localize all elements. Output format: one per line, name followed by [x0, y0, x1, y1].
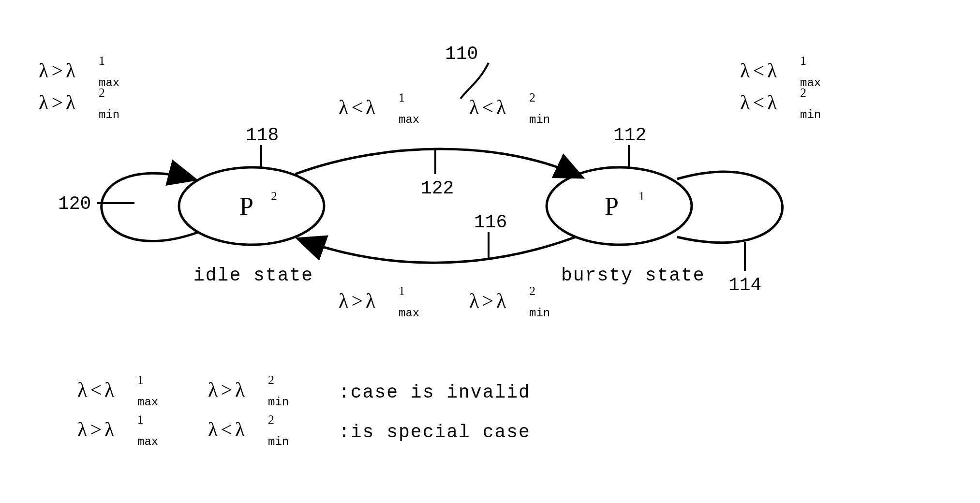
ref-110-leader	[460, 63, 489, 99]
ref-118: 118	[246, 125, 279, 146]
svg-text:1: 1	[399, 284, 405, 298]
transition-top	[295, 149, 580, 177]
legend-row1-desc: :case is invalid	[339, 382, 531, 403]
state-p2-subtitle: idle state	[193, 265, 313, 286]
state-p1-subtitle: bursty state	[561, 265, 705, 286]
ref-110: 110	[445, 44, 478, 64]
svg-text:λ>λ: λ>λ	[77, 418, 115, 441]
svg-text:λ>λ: λ>λ	[39, 59, 76, 82]
svg-text:2: 2	[529, 90, 535, 104]
svg-text:1: 1	[99, 54, 105, 68]
state-p1-label: P	[605, 192, 619, 220]
self-loop-left	[102, 173, 198, 241]
cond-self-left: λ>λ 1 max λ>λ 2 min	[39, 54, 119, 121]
state-diagram: P 2 idle state P 1 bursty state 120 λ>λ …	[0, 0, 980, 503]
svg-text:max: max	[137, 435, 158, 448]
svg-text:min: min	[268, 396, 289, 409]
svg-text:1: 1	[800, 54, 806, 68]
svg-text:2: 2	[800, 86, 806, 100]
cond-self-right: λ<λ 1 max λ<λ 2 min	[740, 54, 821, 121]
svg-text:1: 1	[137, 413, 144, 427]
svg-text:λ>λ: λ>λ	[208, 379, 245, 401]
svg-text:2: 2	[268, 413, 274, 427]
svg-text:λ<λ: λ<λ	[77, 379, 115, 401]
svg-text:λ<λ: λ<λ	[469, 96, 506, 118]
ref-116: 116	[474, 212, 507, 233]
svg-text:2: 2	[99, 86, 105, 100]
cond-bottom: λ>λ 1 max λ>λ 2 min	[339, 284, 550, 320]
svg-text:λ>λ: λ>λ	[469, 290, 506, 312]
svg-text:λ>λ: λ>λ	[339, 290, 376, 312]
svg-text:λ<λ: λ<λ	[740, 59, 777, 82]
svg-text:min: min	[529, 307, 550, 320]
svg-text:max: max	[399, 307, 419, 320]
svg-text:λ<λ: λ<λ	[208, 418, 245, 441]
state-p2-label: P	[239, 192, 253, 220]
svg-text:max: max	[137, 396, 158, 409]
cond-top: λ<λ 1 max λ<λ 2 min	[339, 90, 550, 126]
svg-text:min: min	[529, 113, 550, 126]
state-p2-sup: 2	[271, 189, 277, 203]
svg-text:2: 2	[268, 373, 274, 387]
svg-text:min: min	[268, 435, 289, 448]
svg-text:λ>λ: λ>λ	[39, 91, 76, 114]
svg-text:1: 1	[137, 373, 144, 387]
ref-114: 114	[728, 275, 761, 296]
ref-122: 122	[421, 178, 454, 199]
legend: λ<λ 1 max λ>λ 2 min :case is invalid λ>λ…	[77, 373, 531, 448]
state-p1	[547, 167, 692, 245]
state-p1-sup: 1	[638, 189, 645, 203]
svg-text:max: max	[399, 113, 419, 126]
svg-text:2: 2	[529, 284, 535, 298]
self-loop-right	[677, 172, 783, 243]
legend-row2-desc: :is special case	[339, 422, 531, 443]
transition-bottom	[300, 237, 576, 263]
svg-text:λ<λ: λ<λ	[339, 96, 376, 118]
svg-text:min: min	[99, 108, 119, 121]
svg-text:1: 1	[399, 90, 405, 104]
svg-text:λ<λ: λ<λ	[740, 91, 777, 114]
ref-120: 120	[58, 193, 91, 214]
svg-text:min: min	[800, 108, 821, 121]
ref-112: 112	[613, 125, 646, 146]
